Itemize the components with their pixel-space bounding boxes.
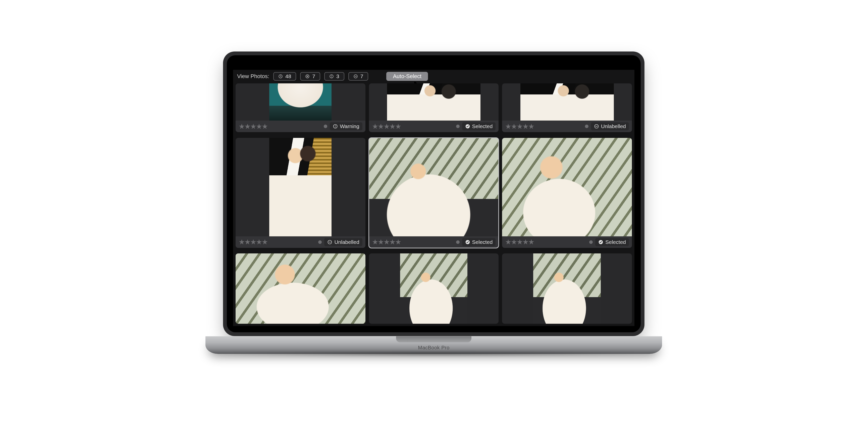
- status-chip-warning[interactable]: Warning: [330, 122, 362, 130]
- star-rating[interactable]: ★★★★★: [372, 122, 401, 131]
- laptop-notch: [396, 336, 471, 342]
- svg-point-3: [331, 77, 332, 78]
- filter-all-count: 48: [285, 73, 291, 80]
- status-label: Warning: [340, 123, 359, 129]
- filter-all[interactable]: 48: [273, 72, 296, 81]
- filter-unlabelled[interactable]: 7: [348, 72, 368, 81]
- star-rating[interactable]: ★★★★★: [239, 238, 268, 246]
- check-circle-icon: [465, 124, 470, 129]
- photo-card[interactable]: [236, 253, 366, 324]
- filter-rejected[interactable]: 7: [300, 72, 320, 81]
- photo-card[interactable]: ★★★★★ Unlabelled: [502, 83, 632, 132]
- minus-circle-icon: [327, 240, 332, 245]
- minus-circle-icon: [594, 124, 599, 129]
- filter-warning[interactable]: 3: [324, 72, 344, 81]
- color-label-dot[interactable]: [324, 125, 327, 128]
- status-chip-selected[interactable]: Selected: [462, 122, 496, 130]
- photo-footer: ★★★★★ Unlabelled: [502, 121, 632, 132]
- filter-unlabelled-count: 7: [361, 73, 364, 80]
- photo-card[interactable]: [369, 253, 499, 324]
- photo-card[interactable]: ★★★★★ Unlabelled: [236, 138, 366, 248]
- check-circle-icon: [598, 240, 603, 245]
- photo-thumbnail: [369, 253, 499, 324]
- photo-footer: ★★★★★ Selected: [369, 236, 499, 248]
- status-label: Selected: [472, 123, 493, 129]
- color-label-dot[interactable]: [456, 240, 460, 244]
- photo-thumbnail: [369, 83, 499, 121]
- star-rating[interactable]: ★★★★★: [505, 122, 534, 131]
- photo-footer: ★★★★★ Warning: [236, 121, 366, 132]
- minus-circle-icon: [353, 74, 358, 79]
- clock-icon: [278, 74, 283, 79]
- photo-thumbnail: [502, 138, 632, 236]
- star-rating[interactable]: ★★★★★: [372, 238, 401, 246]
- photo-thumbnail: [236, 83, 366, 121]
- color-label-dot[interactable]: [318, 240, 322, 244]
- status-chip-unlabelled[interactable]: Unlabelled: [591, 122, 629, 130]
- laptop-base: MacBook Pro: [206, 336, 662, 354]
- color-label-dot[interactable]: [456, 125, 460, 128]
- auto-select-button[interactable]: Auto-Select: [386, 72, 428, 81]
- alert-icon: [329, 74, 334, 79]
- status-label: Selected: [472, 239, 493, 245]
- color-label-dot[interactable]: [589, 240, 593, 244]
- filter-warning-count: 3: [336, 73, 339, 80]
- screen-bezel: View Photos: 48 7 3 7: [227, 55, 641, 332]
- status-chip-unlabelled[interactable]: Unlabelled: [324, 238, 362, 246]
- photo-card[interactable]: ★★★★★ Selected: [502, 138, 632, 248]
- photo-thumbnail: [236, 138, 366, 236]
- status-chip-selected[interactable]: Selected: [595, 238, 629, 246]
- reject-icon: [305, 74, 310, 79]
- filter-rejected-count: 7: [312, 73, 315, 80]
- app-screen: View Photos: 48 7 3 7: [233, 70, 634, 326]
- status-label: Unlabelled: [334, 239, 359, 245]
- photo-grid: ★★★★★ Warning ★★★★★: [233, 83, 634, 326]
- check-circle-icon: [465, 240, 470, 245]
- photo-card[interactable]: ★★★★★ Selected: [369, 83, 499, 132]
- svg-point-6: [335, 127, 336, 128]
- photo-card[interactable]: [502, 253, 632, 324]
- photo-thumbnail: [502, 253, 632, 324]
- view-photos-label: View Photos:: [237, 73, 269, 80]
- laptop-mockup: View Photos: 48 7 3 7: [206, 52, 662, 358]
- star-rating[interactable]: ★★★★★: [505, 238, 534, 246]
- photo-card[interactable]: ★★★★★ Warning: [236, 83, 366, 132]
- photo-footer: ★★★★★ Selected: [369, 121, 499, 132]
- laptop-brand-label: MacBook Pro: [418, 345, 450, 351]
- photo-thumbnail: [236, 253, 366, 324]
- status-chip-selected[interactable]: Selected: [462, 238, 496, 246]
- laptop-lid: View Photos: 48 7 3 7: [223, 52, 645, 336]
- photo-thumbnail: [502, 83, 632, 121]
- star-rating[interactable]: ★★★★★: [239, 122, 268, 131]
- photo-thumbnail: [369, 138, 499, 236]
- toolbar: View Photos: 48 7 3 7: [233, 70, 634, 83]
- photo-footer: ★★★★★ Unlabelled: [236, 236, 366, 248]
- photo-card[interactable]: ★★★★★ Selected: [369, 138, 499, 248]
- status-label: Selected: [605, 239, 626, 245]
- photo-footer: ★★★★★ Selected: [502, 236, 632, 248]
- status-label: Unlabelled: [601, 123, 626, 129]
- alert-icon: [333, 124, 338, 129]
- color-label-dot[interactable]: [585, 125, 588, 128]
